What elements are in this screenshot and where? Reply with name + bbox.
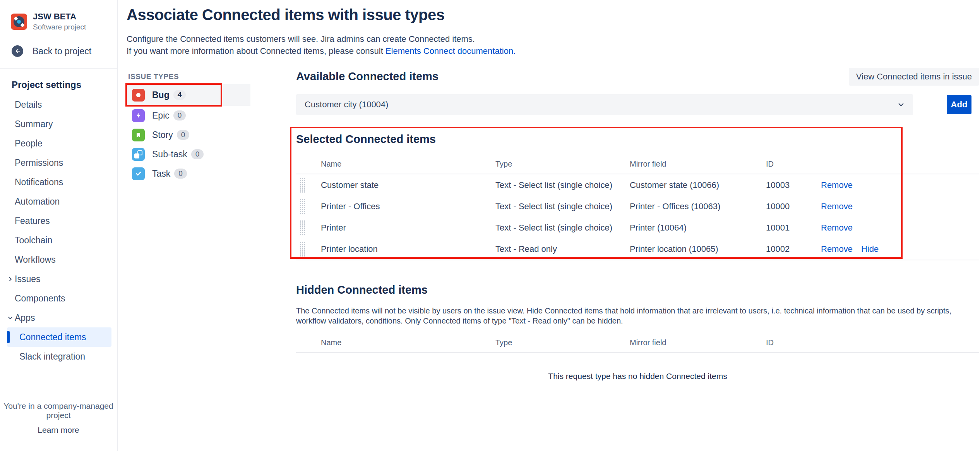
hidden-items-heading: Hidden Connected items [296,284,979,296]
issue-count-badge: 0 [177,130,190,140]
sidebar-item-apps[interactable]: Apps [0,308,117,327]
remove-link[interactable]: Remove [821,180,853,190]
column-header-name: Name [321,160,495,169]
back-to-project-label: Back to project [33,46,91,57]
column-header-mirror: Mirror field [630,338,766,347]
description-line1: Configure the Connected items customers … [127,34,475,44]
hidden-empty-message: This request type has no hidden Connecte… [296,372,979,381]
column-header-type: Type [495,160,630,169]
epic-icon [132,109,145,122]
remove-link[interactable]: Remove [821,201,853,212]
story-icon [132,129,145,141]
sidebar-divider [0,68,117,69]
issue-type-task[interactable]: Task 0 [127,164,250,183]
available-items-select[interactable]: Customer city (10004) [296,94,913,115]
sidebar-item-people[interactable]: People [0,134,117,153]
select-value: Customer city (10004) [305,100,388,110]
column-header-mirror: Mirror field [630,160,766,169]
column-header-name: Name [321,338,495,347]
sidebar-item-notifications[interactable]: Notifications [0,172,117,192]
available-items-heading: Available Connected items [296,70,439,83]
sidebar-item-connected-items[interactable]: Connected items [7,327,111,347]
sidebar-item-features[interactable]: Features [0,211,117,231]
issue-count-badge: 0 [173,110,186,120]
page-description: Configure the Connected items customers … [127,33,980,57]
managed-project-note: You're in a company-managed project [0,401,117,420]
add-button[interactable]: Add [947,95,971,114]
issue-type-bug[interactable]: Bug 4 [127,84,250,106]
selected-table-body: Customer state Text - Select list (singl… [296,174,979,260]
drag-handle-icon[interactable] [300,177,305,193]
column-header-id: ID [766,338,821,347]
learn-more-link[interactable]: Learn more [0,425,117,435]
sidebar-item-toolchain[interactable]: Toolchain [0,231,117,250]
app-window: JSW BETA Software project Back to projec… [0,0,980,451]
sidebar-item-summary[interactable]: Summary [0,114,117,134]
hidden-items-section: Hidden Connected items The Connected ite… [296,284,979,381]
issue-type-subtask[interactable]: Sub-task 0 [127,145,250,164]
view-connected-items-button[interactable]: View Connected items in issue [849,68,979,86]
issue-count-badge: 4 [173,90,186,100]
task-icon [132,167,145,180]
drag-handle-icon[interactable] [300,241,305,257]
sidebar-item-details[interactable]: Details [0,95,117,114]
issue-type-story[interactable]: Story 0 [127,125,250,145]
connected-items-panel: Available Connected items View Connected… [296,70,980,381]
project-header: JSW BETA Software project [0,12,117,31]
back-to-project-button[interactable]: Back to project [0,45,117,57]
column-header-type: Type [495,338,630,347]
selected-items-heading: Selected Connected items [296,133,979,146]
sidebar-item-workflows[interactable]: Workflows [0,250,117,269]
issue-type-epic[interactable]: Epic 0 [127,106,250,125]
sidebar-item-automation[interactable]: Automation [0,192,117,211]
remove-link[interactable]: Remove [821,244,853,254]
arrow-left-icon [12,45,23,57]
table-row: Printer location Text - Read only Printe… [296,238,979,260]
selected-table-header: Name Type Mirror field ID [296,154,979,174]
column-header-id: ID [766,160,821,169]
project-name: JSW BETA [33,12,86,22]
chevron-right-icon [5,276,15,282]
sidebar-footer: You're in a company-managed project Lear… [0,401,117,451]
drag-handle-icon[interactable] [300,220,305,236]
description-line2: If you want more information about Conne… [127,46,385,56]
sidebar-item-slack-integration[interactable]: Slack integration [0,347,117,366]
main-content: Associate Connected items with issue typ… [118,0,980,451]
chevron-down-icon [5,315,15,321]
table-row: Customer state Text - Select list (singl… [296,174,979,196]
hidden-items-description: The Connected items will not be visible … [296,306,977,326]
issue-types-heading: ISSUE TYPES [128,72,250,81]
elements-connect-docs-link[interactable]: Elements Connect documentation. [385,46,516,56]
select-chevron-down-icon [898,101,905,108]
hide-link[interactable]: Hide [861,244,879,254]
remove-link[interactable]: Remove [821,223,853,233]
subtask-icon [132,148,145,161]
sidebar-item-components[interactable]: Components [0,289,117,308]
sidebar-item-issues[interactable]: Issues [0,269,117,289]
bug-icon [132,89,145,102]
project-avatar [11,14,27,30]
sidebar-heading: Project settings [0,75,117,95]
selected-items-section: Selected Connected items Name Type Mirro… [296,133,979,260]
project-settings-sidebar: JSW BETA Software project Back to projec… [0,0,118,451]
project-type: Software project [33,23,86,31]
settings-nav: Project settings Details Summary People … [0,75,117,366]
page-title: Associate Connected items with issue typ… [127,6,980,24]
issue-count-badge: 0 [191,149,204,159]
table-row: Printer - Offices Text - Select list (si… [296,196,979,217]
table-row: Printer Text - Select list (single choic… [296,217,979,238]
hidden-table-header: Name Type Mirror field ID [296,333,979,353]
issue-count-badge: 0 [174,169,187,179]
drag-handle-icon[interactable] [300,199,305,214]
sidebar-item-permissions[interactable]: Permissions [0,153,117,172]
issue-types-panel: ISSUE TYPES Bug 4 Epic 0 [127,70,250,381]
